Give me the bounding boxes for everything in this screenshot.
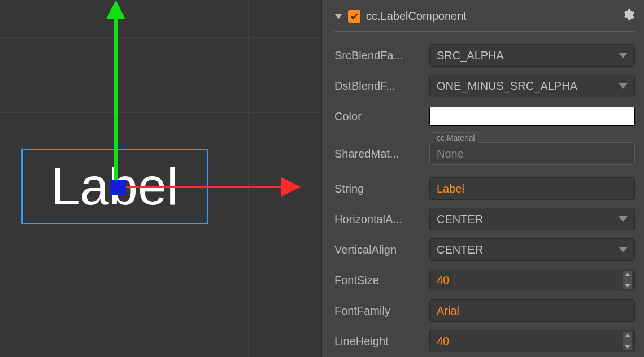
reference-type-tab: cc.Material [432,132,480,143]
color-swatch[interactable] [429,107,635,126]
prop-font-size: FontSize 40 [334,269,635,291]
dropdown-value: ONE_MINUS_SRC_ALPHA [437,80,577,93]
gear-icon[interactable] [621,8,635,24]
prop-font-family: FontFamily Arial [334,299,635,322]
shared-material-reference[interactable]: None [429,142,635,165]
horizontal-align-dropdown[interactable]: CENTER [429,208,635,230]
input-value: 40 [437,274,449,287]
color-alpha-bar [430,122,634,125]
prop-label: LineHeight [334,335,429,348]
input-value: Label [437,182,464,195]
number-spinner[interactable] [623,271,632,289]
prop-src-blend-factor: SrcBlendFa... SRC_ALPHA [334,44,635,67]
dst-blend-factor-dropdown[interactable]: ONE_MINUS_SRC_ALPHA [429,75,635,97]
prop-label: String [334,182,429,195]
component-header[interactable]: cc.LabelComponent [334,6,635,32]
dropdown-value: CENTER [437,213,483,226]
gizmo-y-arrowhead [106,0,125,19]
spinner-up-icon [625,273,630,276]
inspector-panel: cc.LabelComponent SrcBlendFa... SRC_ALPH… [321,0,644,357]
prop-label: SrcBlendFa... [334,49,429,62]
prop-line-height: LineHeight 40 [334,330,635,352]
gizmo-x-arrowhead [281,177,301,197]
scene-viewport[interactable]: Label [0,0,321,357]
vertical-align-dropdown[interactable]: CENTER [429,238,635,261]
component-enabled-checkbox[interactable] [348,10,360,23]
spinner-down-icon [625,345,630,349]
prop-label: FontSize [334,274,429,287]
chevron-down-icon [619,53,628,58]
src-blend-factor-dropdown[interactable]: SRC_ALPHA [429,44,635,67]
chevron-down-icon [619,83,628,89]
font-family-input[interactable]: Arial [429,299,635,322]
reference-value: None [437,147,464,160]
prop-vertical-align: VerticalAlign CENTER [334,238,635,261]
number-spinner[interactable] [623,332,632,350]
chevron-down-icon [619,216,628,222]
input-value: Arial [437,304,459,317]
gizmo-y-axis[interactable] [114,16,118,188]
prop-dst-blend-factor: DstBlendF... ONE_MINUS_SRC_ALPHA [334,75,635,97]
prop-string: String Label [334,177,635,200]
prop-label: FontFamily [334,304,429,317]
line-height-input[interactable]: 40 [429,330,635,352]
prop-label: HorizontalA... [334,213,429,226]
prop-color: Color [334,105,635,128]
prop-label: DstBlendF... [334,80,429,93]
prop-label: SharedMat... [334,147,429,160]
component-title: cc.LabelComponent [366,10,467,23]
disclosure-triangle-icon[interactable] [334,14,342,19]
spinner-down-icon [625,284,630,288]
prop-label: Color [334,110,429,123]
string-input[interactable]: Label [429,177,635,200]
dropdown-value: SRC_ALPHA [437,49,504,62]
prop-horizontal-align: HorizontalA... CENTER [334,208,635,230]
prop-shared-material: SharedMat... cc.Material None [334,142,635,165]
input-value: 40 [437,335,449,348]
gizmo-origin-handle[interactable] [110,180,126,195]
font-size-input[interactable]: 40 [429,269,635,291]
chevron-down-icon [619,247,628,252]
prop-label: VerticalAlign [334,243,429,256]
dropdown-value: CENTER [437,243,483,256]
spinner-up-icon [625,334,630,337]
gizmo-x-axis[interactable] [119,186,282,188]
